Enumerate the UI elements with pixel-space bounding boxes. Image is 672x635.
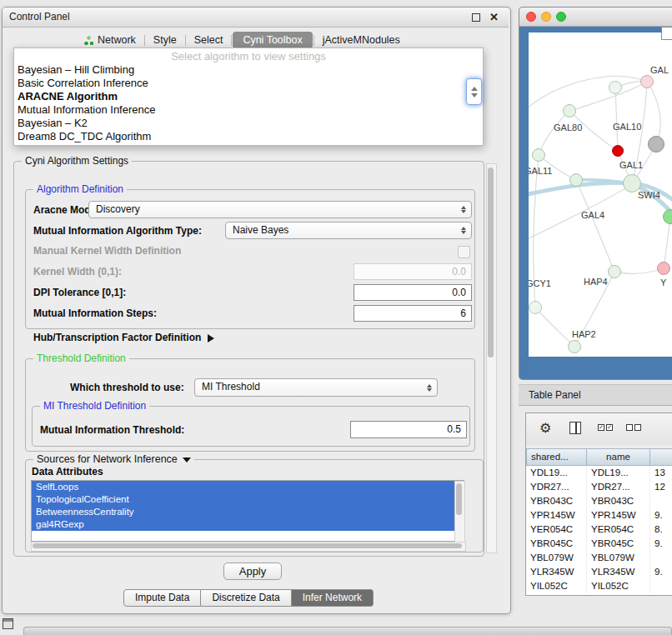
algorithm-option[interactable]: Bayesian – K2 [14, 117, 483, 130]
table-row[interactable]: YPR145WYPR145W9. [526, 508, 672, 522]
network-node[interactable] [640, 75, 654, 88]
table-row[interactable]: YLR345WYLR345W9. [526, 565, 672, 579]
attribute-list-item[interactable]: BetweennessCentrality [32, 506, 454, 518]
mi-type-select[interactable]: Naive Bayes [225, 222, 472, 239]
network-node[interactable] [657, 262, 670, 275]
tab-separator [144, 35, 145, 46]
mac-zoom-button[interactable] [556, 12, 566, 22]
kernel-width-field[interactable]: 0.0 [354, 263, 472, 280]
table-cell [650, 551, 672, 565]
gear-icon[interactable]: ⚙ [539, 420, 551, 437]
table-panel-strip: Table Panel [519, 384, 672, 406]
algorithm-option[interactable]: Dream8 DC_TDC Algorithm [14, 130, 483, 143]
algorithm-option[interactable]: Bayesian – Hill Climbing [14, 63, 483, 77]
tab-cyni-toolbox[interactable]: Cyni Toolbox [233, 32, 312, 48]
mi-steps-field[interactable]: 6 [354, 305, 472, 322]
step-down-icon [471, 93, 478, 98]
tab-select[interactable]: Select [187, 32, 231, 48]
hub-definition-expander[interactable]: Hub/Transcription Factor Definition [33, 332, 214, 343]
expand-right-icon [208, 334, 214, 342]
node-label: GAL [650, 65, 669, 75]
columns-icon[interactable] [569, 422, 581, 434]
table-row[interactable]: YBR043CYBR043C [526, 494, 672, 508]
bottom-tabbar: Impute DataDiscretize DataInfer Network [123, 589, 374, 607]
table-row[interactable]: YER054CYER054C8. [526, 522, 672, 537]
focused-stepper[interactable] [466, 78, 482, 105]
algorithm-dropdown-popup: Select algorithm to view settings Bayesi… [13, 48, 484, 146]
table-row[interactable]: YDR27...YDR27...12 [526, 480, 672, 494]
table-row[interactable]: YIL052CYIL052C [526, 579, 672, 593]
settings-scrollbar[interactable] [486, 163, 497, 553]
bottom-tab-discretize-data[interactable]: Discretize Data [201, 589, 291, 607]
network-icon [84, 36, 93, 45]
which-threshold-select[interactable]: MI Threshold [194, 378, 438, 397]
algorithm-option[interactable]: ARACNE Algorithm [14, 90, 483, 103]
network-node[interactable] [568, 340, 581, 353]
table-header: shared...name [526, 448, 672, 466]
table-row[interactable]: YBL079WYBL079W [526, 551, 672, 565]
bottom-tab-infer-network[interactable]: Infer Network [292, 589, 374, 607]
sources-label: Sources for Network Inference [37, 453, 178, 465]
table-cell: YIL052C [587, 579, 650, 593]
column-header[interactable]: shared... [526, 448, 587, 466]
settings-scrollbar-thumb[interactable] [488, 168, 494, 358]
network-node[interactable] [648, 136, 664, 152]
table-row[interactable]: YDL19...YDL19...13 [526, 466, 672, 480]
table-cell: YBL079W [526, 551, 587, 565]
algorithm-option[interactable]: Basic Correlation Inference [14, 77, 483, 90]
column-header[interactable] [650, 448, 672, 466]
table-cell: YDL19... [587, 466, 650, 480]
aracne-mode-select[interactable]: Discovery [88, 201, 472, 218]
tab-network[interactable]: Network [77, 32, 143, 48]
table-panel-title: Table Panel [529, 385, 581, 405]
mac-minimize-button[interactable] [541, 12, 551, 22]
tab-style[interactable]: Style [146, 32, 184, 48]
list-horizontal-scrollbar[interactable] [31, 542, 466, 552]
chevron-updown-icon [427, 379, 432, 396]
list-vertical-scrollbar-thumb[interactable] [456, 483, 462, 515]
node-label: HAP2 [572, 329, 596, 339]
checked-box-icon [598, 424, 604, 431]
algorithm-option-list: Bayesian – Hill ClimbingBasic Correlatio… [14, 63, 483, 143]
network-node[interactable] [608, 265, 621, 278]
network-node[interactable] [569, 173, 583, 187]
sources-expander[interactable]: Sources for Network Inference [33, 454, 194, 465]
mac-close-button[interactable] [526, 12, 536, 22]
list-horizontal-scrollbar-thumb[interactable] [33, 543, 462, 548]
table-cell: YBR045C [526, 537, 587, 551]
network-node[interactable] [563, 104, 576, 118]
table-row[interactable]: YBR045CYBR045C9. [526, 537, 672, 551]
mi-threshold-field[interactable]: 0.5 [350, 421, 467, 438]
dpi-tolerance-field[interactable]: 0.0 [354, 284, 472, 301]
network-node[interactable] [612, 145, 624, 157]
bottom-splitter[interactable] [23, 627, 672, 635]
dock-panel-icon[interactable] [3, 618, 13, 629]
table-cell: YBR045C [587, 537, 650, 551]
tab-separator [313, 35, 314, 46]
close-icon[interactable]: ✕ [489, 10, 499, 24]
manual-kernel-checkbox[interactable] [458, 246, 470, 258]
tab-jactivemnodules[interactable]: jActiveMNodules [315, 32, 408, 48]
float-window-icon[interactable] [472, 13, 480, 22]
deselect-all-icon[interactable] [626, 424, 641, 431]
bottom-tab-impute-data[interactable]: Impute Data [123, 589, 201, 607]
tab-separator [185, 35, 186, 46]
table-toolbar: ⚙ [526, 413, 672, 445]
algorithm-option[interactable]: Mutual Information Inference [14, 103, 483, 117]
network-node[interactable] [663, 209, 672, 224]
attribute-list-item[interactable]: gal4RGexp [32, 518, 454, 531]
birdseye-widget[interactable] [661, 27, 672, 40]
table-cell: 9. [650, 565, 672, 579]
list-vertical-scrollbar[interactable] [454, 481, 465, 542]
network-canvas[interactable]: GALGAL80GAL10GAL11GAL1SWI4GAL4GCY1HAP4YH… [529, 32, 672, 357]
attribute-listbox: SelfLoopsTopologicalCoefficientBetweenne… [31, 480, 464, 542]
column-header[interactable]: name [587, 448, 650, 466]
cyni-settings-group-label: Cyni Algorithm Settings [22, 156, 132, 167]
network-node[interactable] [609, 81, 622, 94]
network-node[interactable] [532, 148, 545, 162]
apply-button[interactable]: Apply [223, 562, 282, 580]
select-all-icon[interactable] [598, 424, 613, 431]
attribute-list-item[interactable]: SelfLoops [32, 481, 454, 493]
attribute-list-item[interactable]: TopologicalCoefficient [32, 493, 454, 506]
network-node[interactable] [529, 301, 542, 314]
